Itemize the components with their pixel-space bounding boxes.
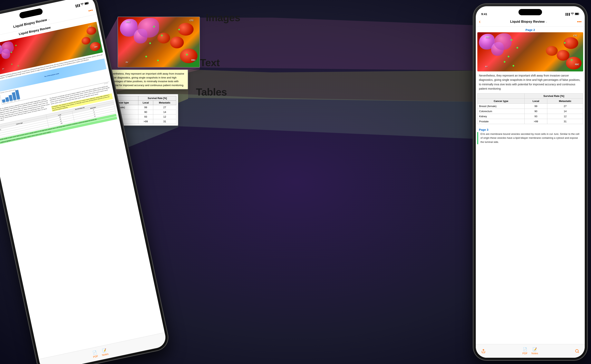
pdf-label-right: PDF (522, 352, 528, 355)
wifi-icon-right (571, 13, 574, 16)
local-3: 93 (138, 115, 153, 119)
share-btn-right[interactable] (481, 349, 486, 353)
table-header-survival: Survival Rate [%] (138, 96, 176, 101)
right-phone-screen: 9:41 ▐▐▐ ‹ Liquid Biopsy Review ⌄ (476, 6, 585, 358)
back-btn-right[interactable]: ‹ (479, 19, 481, 25)
bar-2015 (9, 95, 13, 101)
medical-image-right: CTC WBC RBC EV (477, 32, 583, 72)
local-1: 99 (138, 105, 153, 110)
extracted-image-box: CTC WBC RBC EV (118, 17, 200, 67)
local-2: 90 (138, 110, 153, 115)
svg-rect-10 (575, 13, 578, 15)
more-btn-right[interactable]: ••• (577, 19, 582, 24)
images-label: Images (206, 12, 240, 24)
right-phone-shell: 9:41 ▐▐▐ ‹ Liquid Biopsy Review ⌄ (473, 4, 587, 360)
local-4: >99 (138, 119, 153, 124)
battery-icon-right (575, 13, 579, 16)
right-table-wrap: Survival Rate [%] Cancer type Local Meta… (476, 93, 585, 124)
time-right: 9:41 (481, 12, 487, 16)
extracted-text-content: Nevertheless, they represent an importan… (109, 72, 184, 87)
wbc-label-ext: WBC (126, 21, 130, 23)
pdf-btn-right[interactable]: 📄 PDF (522, 347, 528, 355)
right-table-header-survival: Survival Rate [%] (524, 93, 583, 98)
search-btn-right[interactable] (575, 349, 579, 353)
pdf-label-left: PDF (93, 355, 99, 358)
medical-image-extracted: CTC WBC RBC EV (118, 17, 200, 67)
page2-label: Page 2 (476, 27, 585, 32)
right-table-row-2: Colorectum 90 14 (477, 109, 583, 114)
right-subheader-type: Cancer type (477, 98, 524, 104)
extracted-text-box: Nevertheless, they represent an importan… (106, 70, 188, 89)
right-local-2: 90 (524, 109, 547, 114)
nav-chevron-left: ⌄ (47, 18, 50, 21)
right-main-text: Nevertheless, they represent an importan… (476, 73, 585, 91)
right-metastatic-2: 14 (547, 109, 583, 114)
page3-label: Page 3 (476, 126, 585, 132)
battery-icon-left (84, 2, 89, 6)
right-table-row-1: Breast (female) 99 27 (477, 104, 583, 109)
ev-label-ext: EV (126, 61, 128, 63)
ev-right: EV (485, 65, 488, 67)
ev-left: EV (2, 68, 4, 70)
right-metastatic-4: 31 (547, 119, 583, 124)
right-spacer (155, 340, 161, 342)
right-table: Survival Rate [%] Cancer type Local Meta… (477, 93, 583, 124)
notes-btn-left[interactable]: 📝 Notes (101, 348, 109, 357)
tables-label: Tables (196, 86, 227, 98)
svg-marker-5 (188, 70, 478, 102)
metastatic-4: 31 (153, 119, 176, 124)
right-subheader-metastatic: Metastatic (547, 98, 583, 104)
right-local-1: 99 (524, 104, 547, 109)
right-metastatic-1: 27 (547, 104, 583, 109)
ctc-label-ext: CTC (189, 19, 194, 21)
metastatic-3: 12 (153, 115, 176, 119)
wbc-right: WBC (485, 36, 490, 38)
notes-btn-right[interactable]: 📝 Notes (531, 347, 538, 355)
right-cancer-3: Kidney (477, 114, 524, 119)
page3-text: EVs are membrane bound vesicles secreted… (477, 132, 585, 144)
svg-marker-4 (200, 18, 480, 71)
wifi-icon-left (80, 3, 84, 6)
right-local-3: 93 (524, 114, 547, 119)
metastatic-2: 14 (153, 110, 176, 115)
right-table-header-empty (477, 93, 524, 98)
right-cancer-1: Breast (female) (477, 104, 524, 109)
nav-chevron-right[interactable]: ⌄ (545, 20, 548, 23)
signal-icon-right: ▐▐▐ (565, 13, 570, 16)
bottom-toolbar-right: 📄 PDF 📝 Notes (476, 344, 585, 358)
status-icons-right: ▐▐▐ (565, 13, 579, 16)
notes-label-right: Notes (531, 352, 538, 355)
right-table-row-3: Kidney 93 12 (477, 114, 583, 119)
more-btn-left[interactable]: ••• (88, 7, 93, 13)
signal-icon-left: ▐▐▐ (74, 4, 80, 8)
right-cancer-2: Colorectum (477, 109, 524, 114)
right-subheader-local: Local (524, 98, 547, 104)
rbc-label-ext: RBC (191, 59, 195, 61)
nav-title-right: Liquid Biopsy Review (510, 20, 544, 24)
table-subheader-metastatic: Metastatic (153, 101, 176, 105)
pdf-btn-left[interactable]: 📄 PDF (92, 350, 99, 358)
svg-marker-6 (178, 94, 478, 139)
nav-bar-right: ‹ Liquid Biopsy Review ⌄ ••• (476, 17, 585, 27)
right-phone: 9:41 ▐▐▐ ‹ Liquid Biopsy Review ⌄ (473, 4, 587, 360)
table-subheader-local: Local (138, 101, 153, 105)
text-label: Text (200, 57, 220, 69)
right-phone-content: Page 2 CTC (476, 27, 585, 344)
right-table-row-4: Prostate >99 31 (477, 119, 583, 124)
right-local-4: >99 (524, 119, 547, 124)
metastatic-1: 27 (153, 105, 176, 110)
ctc-right: CTC (573, 35, 577, 37)
rbc-right: RBC (575, 63, 579, 65)
dynamic-island-right (518, 9, 542, 15)
right-cancer-4: Prostate (477, 119, 524, 124)
right-metastatic-3: 12 (547, 114, 583, 119)
